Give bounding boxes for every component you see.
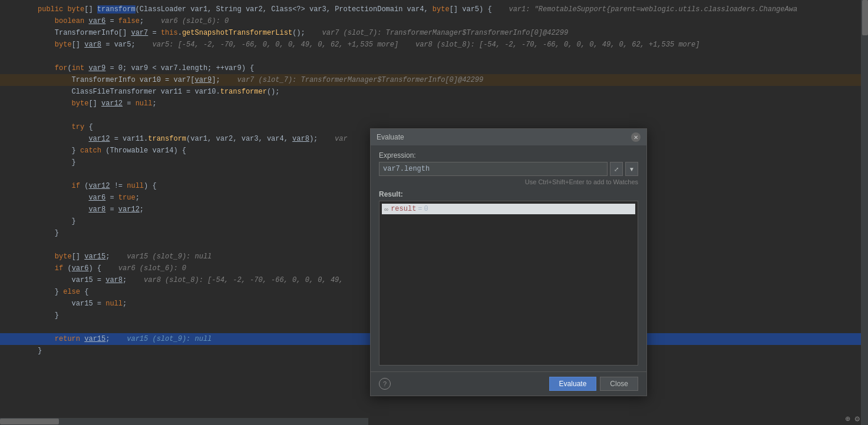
code-line-4: byte[] var8 = var5; var5: [-54, -2, -70,… — [0, 39, 868, 51]
line-content-8: ClassFileTransformer var11 = var10.trans… — [35, 88, 868, 96]
earth-icon[interactable]: ⊕ — [845, 414, 850, 424]
result-value: 0 — [424, 205, 428, 213]
line-content-3: TransformerInfo[] var7 = this.getSnapsho… — [35, 29, 868, 37]
code-line-9: byte[] var12 = null; — [0, 98, 868, 109]
space: var2, — [242, 5, 271, 14]
result-area: ∞ result = 0 — [379, 201, 638, 366]
result-label: Result: — [379, 190, 638, 198]
keyword-public: public — [38, 5, 63, 14]
type-class: Class — [271, 5, 292, 14]
close-icon: ✕ — [633, 134, 638, 141]
dialog-body: Expression: ⤢ ▼ Use Ctrl+Shift+Enter to … — [371, 145, 646, 371]
evaluate-button[interactable]: Evaluate — [549, 377, 597, 391]
help-icon: ? — [383, 380, 387, 387]
line-content-2: boolean var6 = false; var6 (slot_6): 0 — [35, 17, 868, 25]
paren: ( — [136, 5, 140, 14]
dialog-title-bar: Evaluate ✕ — [371, 129, 646, 145]
chevron-down-icon: ▼ — [629, 166, 635, 172]
result-name: result — [391, 205, 416, 213]
line-content-6: for(int var9 = 0; var9 < var7.length; ++… — [35, 64, 868, 72]
line-content-9: byte[] var12 = null; — [35, 99, 868, 108]
evaluate-dialog[interactable]: Evaluate ✕ Expression: ⤢ ▼ Use Ctrl+Shif… — [370, 128, 647, 396]
vertical-scrollbar-thumb[interactable] — [862, 0, 868, 35]
code-line-7: TransformerInfo var10 = var7[var9]; var7… — [0, 74, 868, 86]
expand-icon: ⤢ — [614, 166, 619, 172]
code-line-1: public byte[] transform(ClassLoader var1… — [0, 4, 868, 15]
horizontal-scrollbar[interactable] — [0, 418, 368, 425]
dialog-close-button[interactable]: ✕ — [631, 132, 641, 142]
bracket: [] — [84, 5, 93, 14]
code-line-5 — [0, 51, 868, 62]
code-line-6: for(int var9 = 0; var9 < var7.length; ++… — [0, 62, 868, 74]
type-protection: ProtectionDomain — [335, 5, 402, 14]
close-button[interactable]: Close — [600, 377, 638, 391]
type-string: String — [216, 5, 242, 14]
line-content-4: byte[] var8 = var5; var5: [-54, -2, -70,… — [35, 41, 868, 49]
comment-1: var1: "RemotableSupport{parent=weblogic.… — [496, 5, 797, 14]
dropdown-button[interactable]: ▼ — [625, 162, 638, 176]
keyword-byte: byte — [67, 5, 84, 14]
result-row: ∞ result = 0 — [382, 204, 635, 214]
code-line-8: ClassFileTransformer var11 = var10.trans… — [0, 86, 868, 98]
footer-buttons: Evaluate Close — [549, 377, 638, 391]
code-line-2: boolean var6 = false; var6 (slot_6): 0 — [0, 15, 868, 27]
expression-input[interactable] — [379, 162, 608, 176]
vertical-scrollbar[interactable] — [861, 0, 868, 425]
expand-button[interactable]: ⤢ — [610, 162, 623, 176]
code-line-10 — [0, 109, 868, 121]
line-content-1: public byte[] transform(ClassLoader var1… — [35, 5, 868, 14]
expression-row: ⤢ ▼ — [379, 162, 638, 176]
type-classloader: ClassLoader — [140, 5, 186, 14]
dialog-footer: ? Evaluate Close — [371, 371, 646, 396]
line-content-7: TransformerInfo var10 = var7[var9]; var7… — [35, 76, 868, 84]
code-line-3: TransformerInfo[] var7 = this.getSnapsho… — [0, 27, 868, 39]
bottom-right-icons: ⊕ ⚙ — [845, 412, 860, 425]
expression-label: Expression: — [379, 151, 638, 160]
help-button[interactable]: ? — [379, 378, 391, 390]
result-equals: = — [418, 205, 422, 213]
dialog-title: Evaluate — [377, 133, 404, 141]
space: var1, — [186, 5, 216, 14]
gear-icon[interactable]: ⚙ — [855, 414, 860, 424]
hint-text: Use Ctrl+Shift+Enter to add to Watches — [379, 178, 638, 185]
result-object-icon: ∞ — [384, 206, 388, 213]
horizontal-scrollbar-thumb[interactable] — [0, 419, 59, 424]
method-name: transform — [97, 5, 136, 14]
